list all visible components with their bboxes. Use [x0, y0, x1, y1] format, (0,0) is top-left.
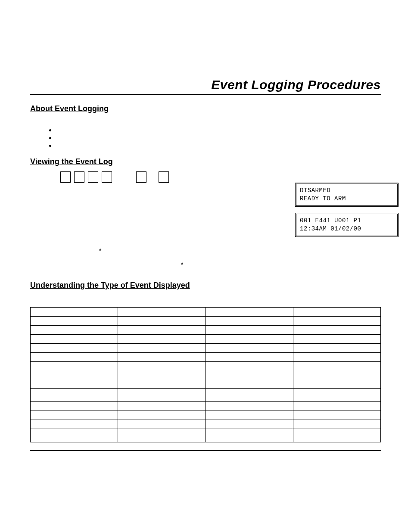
table-row: [31, 335, 381, 344]
page-title: Event Logging Procedures: [211, 78, 381, 92]
display-line: READY TO ARM: [300, 195, 346, 202]
heading-understanding-event-type: Understanding the Type of Event Displaye…: [30, 281, 381, 290]
table-row: [31, 389, 381, 402]
table-row: [31, 308, 381, 317]
keypad-display-1: DISARMED READY TO ARM: [295, 183, 399, 207]
table-row: [31, 326, 381, 335]
table-row: [31, 420, 381, 429]
asterisk-notes: * *: [30, 247, 381, 271]
key-box: [74, 171, 84, 183]
asterisk: *: [181, 261, 183, 268]
page-title-block: Event Logging Procedures: [30, 78, 381, 95]
bullet-item: [56, 142, 381, 148]
heading-about-event-logging: About Event Logging: [30, 104, 381, 113]
key-box: [159, 171, 169, 183]
table-row: [31, 411, 381, 420]
key-box: [136, 171, 146, 183]
bottom-rule: [30, 450, 381, 451]
table-row: [31, 429, 381, 442]
keypad-sequence: [60, 171, 381, 183]
key-box: [102, 171, 112, 183]
bullet-item: [56, 126, 381, 132]
bullet-item: [56, 134, 381, 140]
about-bullet-list: [56, 126, 381, 148]
display-line: 001 E441 U001 P1: [300, 217, 361, 224]
table-row: [31, 375, 381, 389]
table-row: [31, 344, 381, 353]
asterisk: *: [99, 247, 101, 254]
display-line: 12:34AM 01/02/00: [300, 225, 361, 232]
display-line: DISARMED: [300, 187, 330, 194]
event-type-table: [30, 307, 381, 442]
table-row: [31, 317, 381, 326]
heading-viewing-event-log: Viewing the Event Log: [30, 157, 381, 166]
table-row: [31, 402, 381, 411]
keypad-display-2: 001 E441 U001 P1 12:34AM 01/02/00: [295, 213, 399, 237]
table-row: [31, 353, 381, 362]
table-row: [31, 362, 381, 375]
key-box: [88, 171, 98, 183]
key-box: [60, 171, 71, 183]
